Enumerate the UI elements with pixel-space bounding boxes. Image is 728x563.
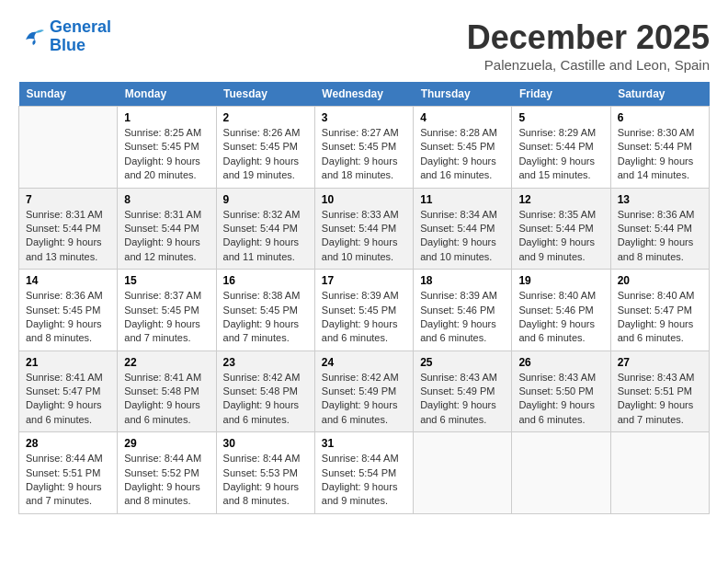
day-info: Sunrise: 8:25 AMSunset: 5:45 PMDaylight:… xyxy=(124,126,209,183)
day-number: 16 xyxy=(223,274,308,287)
day-info: Sunrise: 8:30 AMSunset: 5:44 PMDaylight:… xyxy=(618,126,702,183)
day-info: Sunrise: 8:32 AMSunset: 5:44 PMDaylight:… xyxy=(223,208,308,265)
day-number: 28 xyxy=(26,437,110,450)
calendar-table: SundayMondayTuesdayWednesdayThursdayFrid… xyxy=(18,82,710,514)
day-number: 11 xyxy=(420,193,505,206)
day-header-saturday: Saturday xyxy=(610,82,709,107)
day-number: 6 xyxy=(618,111,702,124)
calendar-cell: 13Sunrise: 8:36 AMSunset: 5:44 PMDayligh… xyxy=(610,188,709,270)
month-title: December 2025 xyxy=(467,18,710,57)
day-header-tuesday: Tuesday xyxy=(216,82,314,107)
calendar-cell: 8Sunrise: 8:31 AMSunset: 5:44 PMDaylight… xyxy=(118,188,216,270)
title-block: December 2025 Palenzuela, Castille and L… xyxy=(467,18,710,73)
calendar-cell: 14Sunrise: 8:36 AMSunset: 5:45 PMDayligh… xyxy=(19,270,118,351)
header-row: SundayMondayTuesdayWednesdayThursdayFrid… xyxy=(19,82,710,107)
day-number: 5 xyxy=(518,111,603,124)
location: Palenzuela, Castille and Leon, Spain xyxy=(467,57,710,73)
day-header-thursday: Thursday xyxy=(414,82,512,107)
week-row: 28Sunrise: 8:44 AMSunset: 5:51 PMDayligh… xyxy=(19,432,710,514)
calendar-cell xyxy=(610,432,709,514)
calendar-cell: 11Sunrise: 8:34 AMSunset: 5:44 PMDayligh… xyxy=(414,188,512,270)
calendar-cell: 24Sunrise: 8:42 AMSunset: 5:49 PMDayligh… xyxy=(314,350,413,432)
day-number: 9 xyxy=(223,193,308,206)
week-row: 1Sunrise: 8:25 AMSunset: 5:45 PMDaylight… xyxy=(19,107,710,189)
day-number: 7 xyxy=(26,193,110,206)
day-info: Sunrise: 8:42 AMSunset: 5:49 PMDaylight:… xyxy=(322,371,406,428)
logo: General Blue xyxy=(18,18,111,55)
day-info: Sunrise: 8:36 AMSunset: 5:45 PMDaylight:… xyxy=(26,289,110,346)
day-info: Sunrise: 8:42 AMSunset: 5:48 PMDaylight:… xyxy=(223,371,308,428)
day-info: Sunrise: 8:44 AMSunset: 5:54 PMDaylight:… xyxy=(322,452,406,509)
day-number: 24 xyxy=(322,356,406,369)
day-info: Sunrise: 8:33 AMSunset: 5:44 PMDaylight:… xyxy=(322,208,406,265)
day-info: Sunrise: 8:37 AMSunset: 5:45 PMDaylight:… xyxy=(124,289,209,346)
day-number: 22 xyxy=(124,356,209,369)
day-number: 31 xyxy=(322,437,406,450)
week-row: 7Sunrise: 8:31 AMSunset: 5:44 PMDaylight… xyxy=(19,188,710,270)
day-number: 10 xyxy=(322,193,406,206)
calendar-cell: 2Sunrise: 8:26 AMSunset: 5:45 PMDaylight… xyxy=(216,107,314,189)
day-info: Sunrise: 8:43 AMSunset: 5:51 PMDaylight:… xyxy=(618,371,702,428)
day-info: Sunrise: 8:31 AMSunset: 5:44 PMDaylight:… xyxy=(124,208,209,265)
day-info: Sunrise: 8:44 AMSunset: 5:53 PMDaylight:… xyxy=(223,452,308,509)
day-number: 2 xyxy=(223,111,308,124)
calendar-cell: 15Sunrise: 8:37 AMSunset: 5:45 PMDayligh… xyxy=(118,270,216,351)
calendar-cell: 26Sunrise: 8:43 AMSunset: 5:50 PMDayligh… xyxy=(512,350,610,432)
page-header: General Blue December 2025 Palenzuela, C… xyxy=(18,18,710,73)
day-info: Sunrise: 8:41 AMSunset: 5:48 PMDaylight:… xyxy=(124,371,209,428)
day-number: 27 xyxy=(618,356,702,369)
day-number: 29 xyxy=(124,437,209,450)
day-info: Sunrise: 8:40 AMSunset: 5:46 PMDaylight:… xyxy=(518,289,603,346)
day-info: Sunrise: 8:38 AMSunset: 5:45 PMDaylight:… xyxy=(223,289,308,346)
calendar-cell: 19Sunrise: 8:40 AMSunset: 5:46 PMDayligh… xyxy=(512,270,610,351)
day-info: Sunrise: 8:43 AMSunset: 5:49 PMDaylight:… xyxy=(420,371,505,428)
day-number: 26 xyxy=(518,356,603,369)
calendar-cell: 16Sunrise: 8:38 AMSunset: 5:45 PMDayligh… xyxy=(216,270,314,351)
calendar-cell: 6Sunrise: 8:30 AMSunset: 5:44 PMDaylight… xyxy=(610,107,709,189)
calendar-cell: 17Sunrise: 8:39 AMSunset: 5:45 PMDayligh… xyxy=(314,270,413,351)
day-header-friday: Friday xyxy=(512,82,610,107)
day-info: Sunrise: 8:41 AMSunset: 5:47 PMDaylight:… xyxy=(26,371,110,428)
calendar-cell: 12Sunrise: 8:35 AMSunset: 5:44 PMDayligh… xyxy=(512,188,610,270)
day-info: Sunrise: 8:26 AMSunset: 5:45 PMDaylight:… xyxy=(223,126,308,183)
day-number: 13 xyxy=(618,193,702,206)
week-row: 21Sunrise: 8:41 AMSunset: 5:47 PMDayligh… xyxy=(19,350,710,432)
calendar-cell: 31Sunrise: 8:44 AMSunset: 5:54 PMDayligh… xyxy=(314,432,413,514)
day-number: 17 xyxy=(322,274,406,287)
calendar-cell: 20Sunrise: 8:40 AMSunset: 5:47 PMDayligh… xyxy=(610,270,709,351)
day-info: Sunrise: 8:36 AMSunset: 5:44 PMDaylight:… xyxy=(618,208,702,265)
day-number: 30 xyxy=(223,437,308,450)
calendar-cell xyxy=(512,432,610,514)
calendar-cell xyxy=(414,432,512,514)
day-info: Sunrise: 8:27 AMSunset: 5:45 PMDaylight:… xyxy=(322,126,406,183)
day-number: 12 xyxy=(518,193,603,206)
calendar-cell: 21Sunrise: 8:41 AMSunset: 5:47 PMDayligh… xyxy=(19,350,118,432)
calendar-cell: 22Sunrise: 8:41 AMSunset: 5:48 PMDayligh… xyxy=(118,350,216,432)
logo-icon xyxy=(18,23,46,51)
day-info: Sunrise: 8:34 AMSunset: 5:44 PMDaylight:… xyxy=(420,208,505,265)
calendar-cell: 10Sunrise: 8:33 AMSunset: 5:44 PMDayligh… xyxy=(314,188,413,270)
day-info: Sunrise: 8:35 AMSunset: 5:44 PMDaylight:… xyxy=(518,208,603,265)
calendar-cell: 3Sunrise: 8:27 AMSunset: 5:45 PMDaylight… xyxy=(314,107,413,189)
day-number: 20 xyxy=(618,274,702,287)
day-number: 14 xyxy=(26,274,110,287)
day-number: 21 xyxy=(26,356,110,369)
day-info: Sunrise: 8:40 AMSunset: 5:47 PMDaylight:… xyxy=(618,289,702,346)
day-info: Sunrise: 8:39 AMSunset: 5:46 PMDaylight:… xyxy=(420,289,505,346)
calendar-cell: 28Sunrise: 8:44 AMSunset: 5:51 PMDayligh… xyxy=(19,432,118,514)
calendar-cell: 30Sunrise: 8:44 AMSunset: 5:53 PMDayligh… xyxy=(216,432,314,514)
day-info: Sunrise: 8:44 AMSunset: 5:51 PMDaylight:… xyxy=(26,452,110,509)
calendar-cell: 25Sunrise: 8:43 AMSunset: 5:49 PMDayligh… xyxy=(414,350,512,432)
calendar-cell: 9Sunrise: 8:32 AMSunset: 5:44 PMDaylight… xyxy=(216,188,314,270)
day-number: 15 xyxy=(124,274,209,287)
day-number: 8 xyxy=(124,193,209,206)
day-number: 4 xyxy=(420,111,505,124)
calendar-cell: 18Sunrise: 8:39 AMSunset: 5:46 PMDayligh… xyxy=(414,270,512,351)
day-number: 18 xyxy=(420,274,505,287)
day-number: 3 xyxy=(322,111,406,124)
day-info: Sunrise: 8:28 AMSunset: 5:45 PMDaylight:… xyxy=(420,126,505,183)
day-info: Sunrise: 8:31 AMSunset: 5:44 PMDaylight:… xyxy=(26,208,110,265)
calendar-cell: 27Sunrise: 8:43 AMSunset: 5:51 PMDayligh… xyxy=(610,350,709,432)
calendar-cell: 5Sunrise: 8:29 AMSunset: 5:44 PMDaylight… xyxy=(512,107,610,189)
calendar-cell: 23Sunrise: 8:42 AMSunset: 5:48 PMDayligh… xyxy=(216,350,314,432)
